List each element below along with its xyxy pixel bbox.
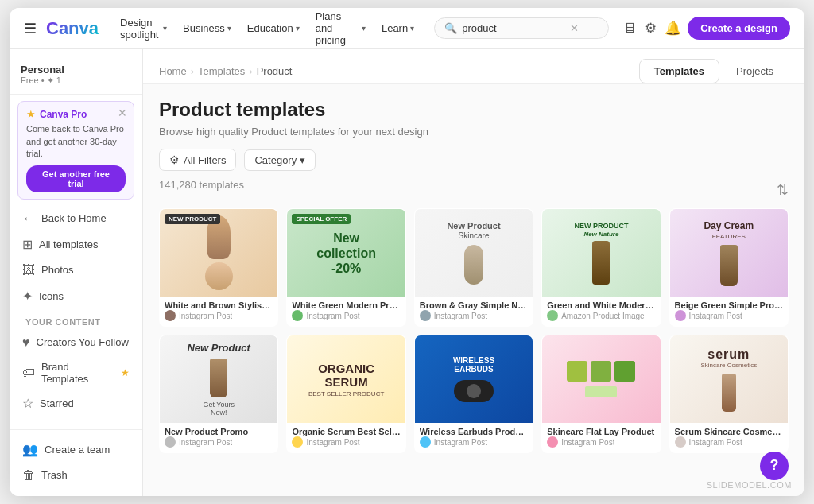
grid-icon: ⊞ xyxy=(22,237,33,252)
sidebar-item-brand[interactable]: 🏷 Brand Templates ★ xyxy=(14,355,138,390)
settings-icon[interactable]: ⚙ xyxy=(645,20,657,37)
content-body: Product templates Browse high quality Pr… xyxy=(143,84,804,467)
slidemodel-credit: SLIDEMODEL.COM xyxy=(707,480,792,490)
card-overlay: New ProductSkincare xyxy=(415,209,533,297)
template-meta: New Product Promo Instagram Post xyxy=(160,423,277,452)
template-name: Beige Green Simple Product Featur... xyxy=(675,300,783,310)
promo-badge: ★ Canva Pro xyxy=(26,108,126,120)
nav-menu: Design spotlight ▾ Business ▾ Education … xyxy=(113,8,421,50)
template-card[interactable]: SPECIAL OFFER Newcollection-20% White Gr… xyxy=(286,208,405,327)
category-button[interactable]: Category ▾ xyxy=(244,149,316,171)
breadcrumb: Home › Templates › Product xyxy=(159,65,292,77)
card-overlay xyxy=(542,335,660,423)
sidebar-item-icons[interactable]: ✦ Icons xyxy=(14,283,138,309)
template-card[interactable]: NEW PRODUCTNew Nature Green and White Mo… xyxy=(541,208,661,327)
author-row: Instagram Post xyxy=(165,436,273,448)
template-thumb: serum Skincare Cosmetics xyxy=(670,335,788,423)
template-author: Instagram Post xyxy=(561,438,614,447)
nav-item-design-spotlight[interactable]: Design spotlight ▾ xyxy=(113,8,174,50)
nav-item-business[interactable]: Business ▾ xyxy=(176,8,238,50)
template-card[interactable]: serum Skincare Cosmetics Serum Skincare … xyxy=(669,335,789,453)
template-author: Instagram Post xyxy=(434,312,487,320)
tab-templates[interactable]: Templates xyxy=(639,59,719,83)
sidebar-item-creators[interactable]: ♥ Creators You Follow xyxy=(14,330,138,355)
chevron-icon: ▾ xyxy=(296,24,300,33)
create-design-button[interactable]: Create a design xyxy=(688,17,790,40)
heart-icon: ♥ xyxy=(22,335,30,350)
template-card[interactable]: Skincare Flat Lay Product Instagram Post xyxy=(541,335,661,453)
chevron-icon: ▾ xyxy=(163,24,167,33)
card-overlay: Day Cream FEATURES xyxy=(670,209,788,297)
main-area: Personal Free • ✦ 1 ✕ ★ Canva Pro Come b… xyxy=(10,49,804,495)
template-card[interactable]: WIRELESSEARBUDS Wireless Earbuds Product… xyxy=(414,335,533,453)
chevron-icon: ▾ xyxy=(362,24,366,33)
chevron-icon: ▾ xyxy=(410,24,414,33)
promo-title: Canva Pro xyxy=(40,109,87,120)
back-icon: ← xyxy=(22,211,35,226)
template-name: New Product Promo xyxy=(165,427,273,436)
author-avatar xyxy=(420,310,431,321)
template-thumb: SPECIAL OFFER Newcollection-20% xyxy=(287,209,405,297)
chevron-down-icon: ▾ xyxy=(300,154,305,166)
template-author: Instagram Post xyxy=(306,312,359,320)
topbar-tabs: Templates Projects xyxy=(639,59,789,83)
card-overlay: WIRELESSEARBUDS xyxy=(415,335,533,423)
sidebar-item-all-templates[interactable]: ⊞ All templates xyxy=(14,231,138,258)
templates-grid: NEW PRODUCT White and Brown Stylish Appl… xyxy=(159,208,789,453)
star-nav-icon: ☆ xyxy=(22,396,33,411)
sidebar-item-trash[interactable]: 🗑 Trash xyxy=(14,463,138,488)
help-button[interactable]: ? xyxy=(760,452,789,480)
tab-projects[interactable]: Projects xyxy=(721,59,789,83)
template-author: Instagram Post xyxy=(306,438,359,447)
template-meta: Organic Serum Best Seller Instagram Post xyxy=(287,423,405,452)
template-thumb: ORGANICSERUM BEST SELLER PRODUCT xyxy=(287,335,405,423)
nav-item-learn[interactable]: Learn ▾ xyxy=(374,8,421,50)
template-card[interactable]: ORGANICSERUM BEST SELLER PRODUCT Organic… xyxy=(286,335,405,453)
template-name: Wireless Earbuds Product xyxy=(420,427,528,436)
bell-icon[interactable]: 🔔 xyxy=(665,20,681,37)
author-avatar xyxy=(675,310,686,321)
sort-icon[interactable]: ⇅ xyxy=(777,181,789,199)
sidebar-item-back[interactable]: ← Back to Home xyxy=(14,206,138,231)
breadcrumb-home[interactable]: Home xyxy=(159,65,187,77)
sidebar-bottom: 👥 Create a team 🗑 Trash xyxy=(10,429,142,488)
template-thumb: NEW PRODUCTNew Nature xyxy=(542,209,660,297)
author-row: Instagram Post xyxy=(675,436,783,448)
sidebar-item-starred[interactable]: ☆ Starred xyxy=(14,390,138,417)
all-filters-button[interactable]: ⚙ All Filters xyxy=(159,149,236,171)
nav-item-education[interactable]: Education ▾ xyxy=(240,8,307,50)
page-subtitle: Browse high quality Product templates fo… xyxy=(159,126,789,138)
promo-close-icon[interactable]: ✕ xyxy=(118,107,127,119)
template-thumb: Day Cream FEATURES xyxy=(670,209,788,297)
template-card[interactable]: NEW PRODUCT White and Brown Stylish Appl… xyxy=(159,208,278,327)
card-overlay: New Product Get YoursNow! xyxy=(160,335,277,423)
search-input[interactable] xyxy=(462,22,565,34)
filters-row: ⚙ All Filters Category ▾ xyxy=(159,149,789,171)
nav-icons: 🖥 ⚙ 🔔 xyxy=(623,20,681,37)
breadcrumb-sep-1: › xyxy=(191,65,194,77)
hamburger-icon[interactable]: ☰ xyxy=(24,20,37,37)
new-badge: NEW PRODUCT xyxy=(165,214,220,224)
author-avatar xyxy=(420,436,431,448)
nav-item-plans[interactable]: Plans and pricing ▾ xyxy=(308,8,373,50)
breadcrumb-templates[interactable]: Templates xyxy=(198,65,245,77)
main-content: Home › Templates › Product Templates Pro… xyxy=(143,49,804,495)
template-author: Instagram Post xyxy=(179,438,232,447)
search-clear-icon[interactable]: ✕ xyxy=(570,22,579,34)
brand-icon: 🏷 xyxy=(22,366,35,380)
template-name: Green and White Modern Skincare ... xyxy=(547,300,655,310)
monitor-icon[interactable]: 🖥 xyxy=(623,21,637,37)
promo-cta-button[interactable]: Get another free trial xyxy=(26,165,126,192)
breadcrumb-current: Product xyxy=(257,65,293,77)
template-meta: White and Brown Stylish Appliance... Ins… xyxy=(160,297,277,326)
content-topbar: Home › Templates › Product Templates Pro… xyxy=(143,49,804,84)
template-card[interactable]: New Product Get YoursNow! New Product Pr… xyxy=(159,335,278,453)
sidebar-item-photos[interactable]: 🖼 Photos xyxy=(14,258,138,283)
icons-icon: ✦ xyxy=(22,289,33,304)
logo[interactable]: Canva xyxy=(46,18,99,39)
template-meta: Wireless Earbuds Product Instagram Post xyxy=(415,423,533,452)
template-card[interactable]: Day Cream FEATURES Beige Green Simple Pr… xyxy=(669,208,789,327)
template-card[interactable]: New ProductSkincare Brown & Gray Simple … xyxy=(414,208,533,327)
template-author: Instagram Post xyxy=(689,312,742,320)
sidebar-item-create-team[interactable]: 👥 Create a team xyxy=(14,436,138,463)
